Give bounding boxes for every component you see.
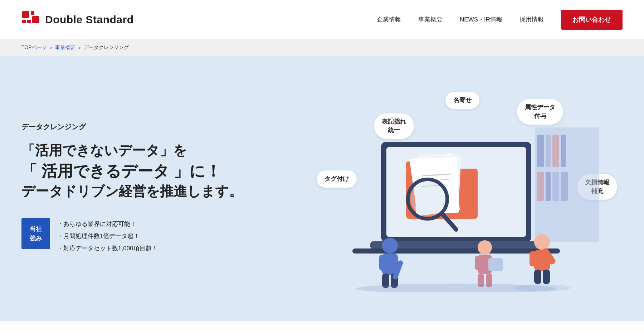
illustration: 名寄せ 表記揺れ統一 属性データ付与 タグ付け 欠損情報補充: [295, 77, 617, 299]
svg-point-27: [410, 182, 445, 216]
strengths-list: ・あらゆる業界に対応可能！ ・月間処理件数1億データ超！ ・対応データセット数1…: [57, 218, 158, 255]
svg-rect-11: [546, 172, 551, 201]
svg-rect-0: [22, 11, 29, 18]
breadcrumb-sep-2: >: [78, 45, 81, 50]
svg-point-43: [534, 234, 550, 250]
svg-point-29: [382, 238, 398, 254]
hero-page-title: データクレンジング: [21, 122, 247, 132]
nav-business[interactable]: 事業概要: [418, 15, 443, 24]
logo-text: Double Standard: [45, 14, 134, 26]
main-illustration-svg: [324, 106, 610, 292]
breadcrumb-top[interactable]: TOPページ: [21, 44, 47, 51]
strengths-badge-line2: 強み: [30, 235, 42, 242]
hero-headline-2: 「 活用できるデータ 」に！: [21, 161, 247, 181]
strength-item-3: ・対応データセット数1,000項目超！: [57, 242, 158, 255]
breadcrumb-sep-1: >: [50, 45, 53, 50]
strengths-badge-line1: 当社: [30, 226, 42, 232]
nav-recruit[interactable]: 採用情報: [519, 15, 544, 24]
breadcrumb-current: データクレンジング: [84, 44, 129, 51]
hero-headline-3: データドリブン経営を推進します。: [21, 183, 247, 200]
breadcrumb: TOPページ > 事業概要 > データクレンジング: [0, 39, 644, 56]
svg-rect-45: [530, 251, 537, 266]
cta-section: 無料相談・お問い合わせ: [0, 321, 644, 333]
svg-rect-1: [31, 11, 34, 15]
svg-rect-10: [537, 172, 544, 201]
logo-area[interactable]: Double Standard: [21, 10, 134, 29]
svg-rect-48: [543, 270, 550, 284]
svg-rect-6: [537, 135, 544, 167]
strength-item-2: ・月間処理件数1億データ超！: [57, 230, 158, 242]
svg-rect-9: [561, 135, 566, 167]
nav-news[interactable]: NEWS・IR情報: [460, 15, 502, 24]
svg-point-51: [513, 284, 571, 291]
strength-item-1: ・あらゆる業界に対応可能！: [57, 218, 158, 230]
svg-rect-42: [488, 258, 503, 271]
main-nav: 企業情報 事業概要 NEWS・IR情報 採用情報 お問い合わせ: [377, 10, 623, 30]
svg-rect-4: [32, 16, 39, 23]
strengths-block: 当社 強み ・あらゆる業界に対応可能！ ・月間処理件数1億データ超！ ・対応デー…: [21, 218, 247, 255]
hero-right: 名寄せ 表記揺れ統一 属性データ付与 タグ付け 欠損情報補充: [268, 56, 644, 321]
breadcrumb-business[interactable]: 事業概要: [55, 44, 75, 51]
svg-rect-8: [552, 135, 559, 167]
svg-rect-7: [546, 135, 551, 167]
svg-rect-3: [27, 20, 31, 23]
svg-rect-12: [552, 172, 559, 201]
hero-left: データクレンジング 「活用できないデータ」を 「 活用できるデータ 」に！ デー…: [0, 56, 268, 321]
svg-rect-47: [534, 270, 541, 284]
logo-icon: [21, 10, 40, 29]
svg-point-36: [478, 240, 492, 255]
strengths-badge: 当社 強み: [21, 218, 50, 249]
hero-section: データクレンジング 「活用できないデータ」を 「 活用できるデータ 」に！ デー…: [0, 56, 644, 321]
svg-rect-13: [561, 172, 568, 201]
svg-rect-31: [379, 255, 386, 271]
svg-rect-2: [22, 20, 26, 23]
site-header: Double Standard 企業情報 事業概要 NEWS・IR情報 採用情報…: [0, 0, 644, 39]
svg-rect-38: [475, 256, 481, 270]
header-contact-button[interactable]: お問い合わせ: [561, 10, 623, 30]
nav-company[interactable]: 企業情報: [377, 15, 401, 24]
hero-headline-1: 「活用できないデータ」を: [21, 142, 247, 159]
